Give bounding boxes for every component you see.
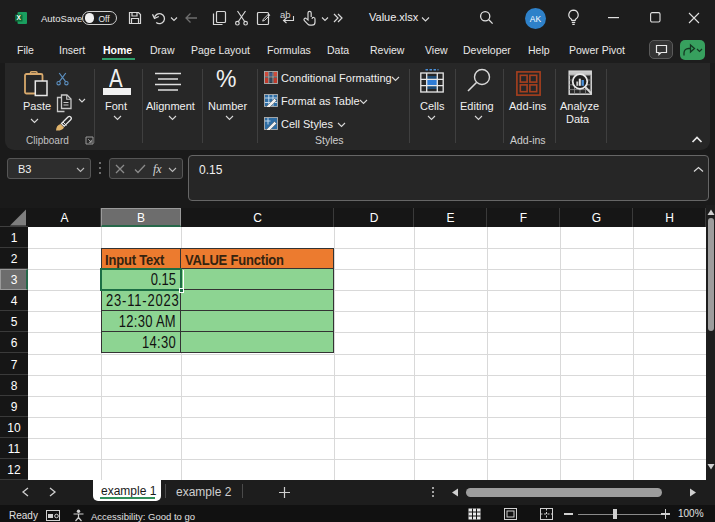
svg-text:X: X — [17, 14, 22, 21]
